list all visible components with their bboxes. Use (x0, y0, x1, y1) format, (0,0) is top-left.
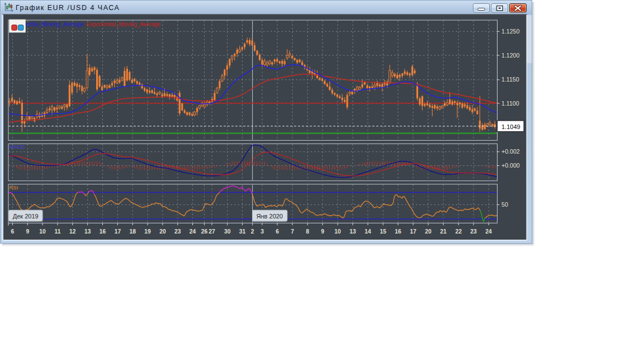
svg-text:9: 9 (321, 228, 324, 235)
svg-text:18: 18 (129, 228, 136, 235)
svg-text:3: 3 (261, 228, 264, 235)
svg-text:14: 14 (364, 228, 371, 235)
svg-text:31: 31 (239, 228, 246, 235)
svg-text:11: 11 (55, 228, 61, 235)
svg-text:22: 22 (455, 228, 462, 235)
svg-text:9: 9 (26, 228, 29, 235)
svg-text:6: 6 (11, 228, 15, 235)
svg-text:21: 21 (440, 228, 447, 235)
svg-text:1.1150: 1.1150 (501, 76, 519, 83)
svg-text:27: 27 (209, 228, 215, 235)
svg-text:17: 17 (115, 228, 121, 235)
svg-text:MACD: MACD (10, 144, 25, 150)
svg-text:7: 7 (291, 228, 294, 235)
svg-text:30: 30 (224, 228, 231, 235)
svg-text:12: 12 (69, 228, 76, 235)
svg-text:Exponential_Moving_Average: Exponential_Moving_Average (87, 21, 161, 27)
svg-text:50: 50 (501, 201, 508, 208)
svg-text:23: 23 (470, 228, 477, 235)
svg-text:13: 13 (84, 228, 91, 235)
svg-text:6: 6 (276, 228, 279, 235)
svg-text:23: 23 (174, 228, 181, 235)
svg-text:10: 10 (334, 228, 341, 235)
svg-text:RSI: RSI (10, 184, 18, 190)
svg-text:1.1100: 1.1100 (501, 100, 519, 107)
svg-text:+0.002: +0.002 (501, 148, 520, 155)
svg-text:24: 24 (485, 228, 492, 235)
svg-text:17: 17 (410, 228, 416, 235)
svg-text:График EUR /USD 4 ЧАСА: График EUR /USD 4 ЧАСА (16, 4, 120, 12)
svg-text:1.1049: 1.1049 (501, 123, 520, 130)
svg-text:+0.000: +0.000 (501, 162, 520, 169)
svg-text:1.1250: 1.1250 (501, 28, 520, 35)
svg-text:2: 2 (251, 228, 254, 235)
svg-text:8: 8 (306, 228, 309, 235)
svg-text:13: 13 (349, 228, 356, 235)
svg-text:26: 26 (201, 228, 208, 235)
svg-text:16: 16 (395, 228, 401, 235)
svg-text:16: 16 (100, 228, 106, 235)
svg-text:15: 15 (380, 228, 386, 235)
svg-text:1.1200: 1.1200 (501, 52, 520, 59)
svg-text:Дек 2019: Дек 2019 (13, 213, 39, 220)
svg-text:10: 10 (39, 228, 46, 235)
svg-text:ential_Moving_Average: ential_Moving_Average (26, 21, 84, 27)
svg-text:19: 19 (144, 228, 151, 235)
svg-text:Янв 2020: Янв 2020 (257, 213, 283, 220)
svg-text:20: 20 (425, 228, 432, 235)
svg-text:24: 24 (190, 228, 196, 235)
svg-text:20: 20 (159, 228, 166, 235)
